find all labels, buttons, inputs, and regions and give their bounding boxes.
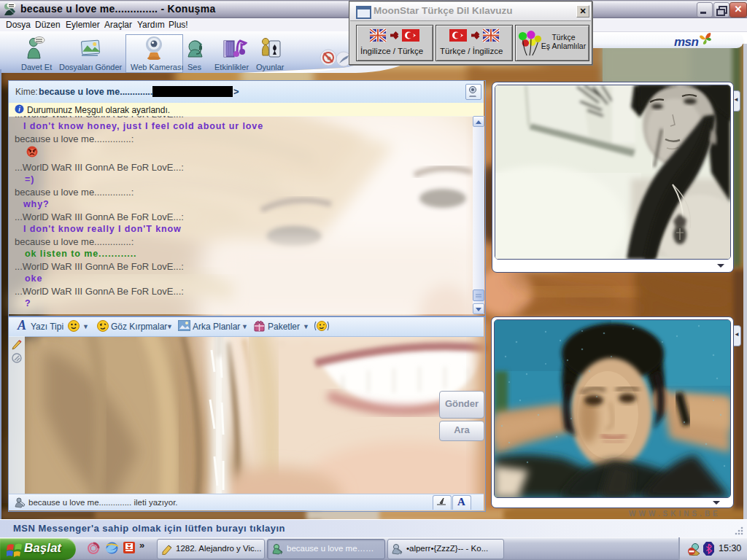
svg-text:WWW.SKINS.BE: WWW.SKINS.BE [629,510,721,518]
